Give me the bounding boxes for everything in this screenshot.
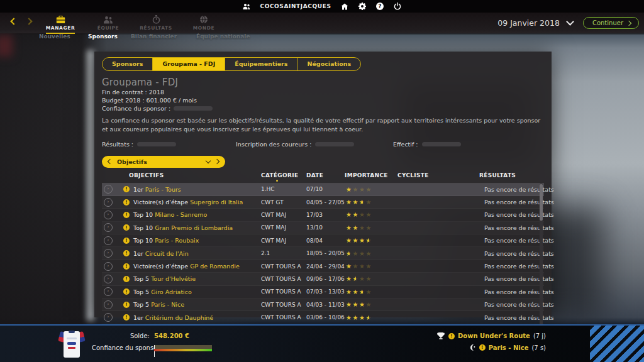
objective-race-link[interactable]: Tour d'Helvétie <box>151 275 196 282</box>
expand-cell[interactable]: › <box>102 211 121 219</box>
expand-circle-icon[interactable]: › <box>104 236 113 245</box>
objective-row[interactable]: › ! 1er Critérium du Dauphiné CWT TOURS … <box>102 311 544 324</box>
event-line[interactable]: ! Paris - Nice (7 s) <box>469 344 546 351</box>
expand-cell[interactable]: › <box>102 300 121 309</box>
column-header[interactable]: RÉSULTATS <box>479 172 544 178</box>
expand-cell[interactable]: › <box>102 185 121 194</box>
expand-cell[interactable]: › <box>102 198 121 207</box>
objective-race-link[interactable]: Paris - Roubaix <box>155 237 199 244</box>
expand-cell[interactable]: › <box>102 287 121 296</box>
objective-row[interactable]: › ! Top 5 Giro Adriatico CWT TOURS A 07/… <box>102 286 544 299</box>
objective-row[interactable]: › ! Top 5 Paris - Nice CWT TOURS A 04/03… <box>102 299 544 311</box>
info-icon: ! <box>123 263 130 270</box>
objective-race-link[interactable]: Circuit de l'Ain <box>145 250 189 257</box>
objective-race-link[interactable]: Gran Premio di Lombardia <box>155 224 233 231</box>
expand-circle-icon[interactable]: › <box>104 287 113 296</box>
continue-button[interactable]: Continuer <box>583 17 639 29</box>
expand-circle-icon[interactable]: › <box>104 262 113 271</box>
star-icon: ★★ <box>365 237 372 244</box>
chevron-left-icon[interactable] <box>108 159 113 164</box>
tab-groupama-fdj[interactable]: Groupama - FDJ <box>153 58 225 70</box>
gear-icon[interactable] <box>358 2 367 11</box>
objective-prefix: Top 5 <box>133 288 149 295</box>
column-header[interactable]: CYCLISTE <box>397 172 479 178</box>
objective-row[interactable]: › ! Top 10 Gran Premio di Lombardia CWT … <box>102 222 544 234</box>
expand-circle-icon[interactable]: › <box>104 198 113 207</box>
objectives-dropdown[interactable]: Objectifs <box>102 156 225 168</box>
objective-row[interactable]: › ! Top 5 Tour d'Helvétie CWT TOURS A 09… <box>102 273 544 285</box>
subnav-item-nouvelles[interactable]: Nouvelles <box>39 33 70 40</box>
chevron-right-icon[interactable] <box>214 159 219 164</box>
scrollbar-thumb[interactable] <box>540 184 543 221</box>
expand-cell[interactable]: › <box>102 262 121 271</box>
objective-race-link[interactable]: Critérium du Dauphiné <box>145 314 213 321</box>
event-line[interactable]: ! Down Under's Route (7 j) <box>436 332 546 340</box>
column-header[interactable]: CATÉGORIE <box>261 172 306 178</box>
objective-row[interactable]: › ! 1er Circuit de l'Ain 2.1 18/05 - 20/… <box>102 247 544 260</box>
tab-equipementiers[interactable]: Équipementiers <box>225 58 297 70</box>
gauge-label: Effectif : <box>393 141 418 148</box>
objective-cell: ! 1er Circuit de l'Ain <box>121 250 261 257</box>
objective-row[interactable]: › ! Top 10 Paris - Roubaix CWT MAJ 08/04… <box>102 234 544 247</box>
objective-cell: ! 1er Critérium du Dauphiné <box>121 314 261 321</box>
nav-back-button[interactable] <box>9 16 19 26</box>
event-name: Paris - Nice <box>489 344 529 351</box>
expand-circle-icon[interactable]: › <box>104 249 113 258</box>
expand-cell[interactable]: › <box>102 236 121 245</box>
objective-race-link[interactable]: Milano - Sanremo <box>155 211 207 218</box>
objective-race-link[interactable]: Paris - Nice <box>151 301 184 308</box>
expand-cell[interactable]: › <box>102 223 121 232</box>
table-scrollbar[interactable] <box>540 184 543 342</box>
tab-negociations[interactable]: Négociations <box>297 58 360 70</box>
objective-row[interactable]: › ! Victoire(s) d'étape GP de Romandie C… <box>102 260 544 273</box>
expand-cell[interactable]: › <box>102 275 121 283</box>
expand-circle-icon[interactable]: › <box>104 223 113 232</box>
category-cell: CWT TOURS A <box>261 302 306 308</box>
category-cell: CWT TOURS A <box>261 314 306 321</box>
expand-circle-icon[interactable]: › <box>104 313 113 322</box>
column-header[interactable]: IMPORTANCE <box>345 172 397 178</box>
nav-item-equipe[interactable]: ÉQUIPE <box>84 14 132 31</box>
objective-race-link[interactable]: Giro Adriatico <box>151 288 192 295</box>
event-name: Down Under's Route <box>458 332 530 339</box>
column-header[interactable]: OBJECTIFS <box>121 172 261 178</box>
power-icon[interactable] <box>393 2 402 11</box>
subnav-item-equipe-nationale[interactable]: Équipe nationale <box>196 33 250 40</box>
help-icon[interactable]: ? <box>375 2 384 11</box>
expand-cell[interactable]: › <box>102 249 121 258</box>
objective-prefix: Top 10 <box>133 224 153 231</box>
expand-circle-icon[interactable]: › <box>104 300 113 309</box>
username: COCOSAINTJACQUES <box>260 3 331 9</box>
objective-row[interactable]: › ! Victoire(s) d'étape Supergiro di Ita… <box>102 196 544 209</box>
team-jersey-image[interactable] <box>59 330 84 359</box>
main-nav-bar: MANAGER ÉQUIPE RÉSULTATS MONDE 09 Janvie… <box>0 13 644 33</box>
objective-text: Victoire(s) d'étape Supergiro di Italia <box>133 199 243 206</box>
objective-race-link[interactable]: Supergiro di Italia <box>190 199 243 206</box>
objective-row[interactable]: › ! Top 10 Milano - Sanremo CWT MAJ 17/0… <box>102 209 544 221</box>
nav-item-monde[interactable]: MONDE <box>180 14 228 31</box>
objective-prefix: Top 5 <box>133 275 149 282</box>
expand-cell[interactable]: › <box>102 313 121 322</box>
column-header[interactable]: DATE <box>306 172 345 178</box>
tab-sponsors[interactable]: Sponsors <box>103 58 153 70</box>
subnav-item-sponsors[interactable]: Sponsors <box>88 33 118 40</box>
subnav-item-bilan-financier[interactable]: Bilan financier <box>131 33 177 40</box>
nav-item-manager[interactable]: MANAGER <box>36 14 84 34</box>
date-cell: 17/03 <box>306 212 345 218</box>
chevron-down-icon[interactable] <box>206 158 211 163</box>
objective-text: 1er Critérium du Dauphiné <box>133 314 213 321</box>
category-cell: CWT MAJ <box>261 224 306 231</box>
star-icon: ★ <box>346 288 352 295</box>
expand-circle-icon[interactable]: › <box>104 275 113 283</box>
nav-item-resultats[interactable]: RÉSULTATS <box>132 14 180 31</box>
nav-forward-button[interactable] <box>24 16 34 26</box>
team-icon <box>103 14 113 24</box>
objective-race-link[interactable]: Paris - Tours <box>145 186 181 193</box>
home-icon[interactable] <box>340 2 349 11</box>
expand-circle-icon[interactable]: › <box>104 185 113 194</box>
star-icon: ★ <box>359 275 365 282</box>
date-selector[interactable]: 09 Janvier 2018 <box>497 18 573 28</box>
expand-circle-icon[interactable]: › <box>104 211 113 219</box>
objective-row[interactable]: › ! 1er Paris - Tours 1.HC 07/10 ★★★★ Pa… <box>102 184 544 196</box>
objective-race-link[interactable]: GP de Romandie <box>190 263 240 270</box>
